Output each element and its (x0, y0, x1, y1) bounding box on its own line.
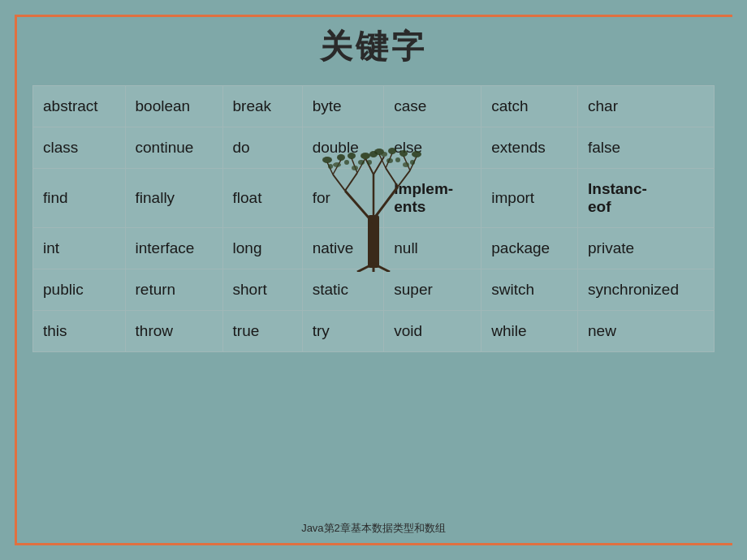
page-title: 关键字 (0, 0, 747, 85)
cell-0-4: case (384, 86, 481, 127)
cell-0-3: byte (302, 86, 384, 127)
cell-5-0: this (33, 311, 126, 352)
footer-text: Java第2章基本数据类型和数组 (0, 521, 747, 536)
cell-2-4: Implem-ents (384, 169, 481, 228)
cell-3-5: package (481, 228, 578, 269)
cell-2-2: float (222, 169, 302, 228)
border-left (15, 15, 17, 545)
border-bottom (15, 543, 732, 545)
cell-3-1: interface (125, 228, 222, 269)
cell-5-6: new (578, 311, 715, 352)
cell-0-0: abstract (33, 86, 126, 127)
cell-4-0: public (33, 269, 126, 311)
table-row: this throw true try void while new (33, 311, 715, 352)
cell-0-1: boolean (125, 86, 222, 127)
cell-2-1: finally (125, 169, 222, 228)
cell-2-3: for (302, 169, 384, 228)
cell-0-6: char (578, 86, 715, 127)
slide-container: 关键字 abstract boolean break byte case cat… (0, 0, 747, 560)
table-row: public return short static super switch … (33, 269, 715, 311)
cell-4-1: return (125, 269, 222, 311)
table-row: abstract boolean break byte case catch c… (33, 86, 715, 127)
cell-1-1: continue (125, 127, 222, 169)
cell-0-5: catch (481, 86, 578, 127)
cell-5-2: true (222, 311, 302, 352)
cell-4-2: short (222, 269, 302, 311)
cell-5-3: try (302, 311, 384, 352)
cell-4-4: super (384, 269, 481, 311)
cell-4-3: static (302, 269, 384, 311)
cell-5-4: void (384, 311, 481, 352)
table-row: find finally float for Implem-ents impor… (33, 169, 715, 228)
cell-1-3: double (302, 127, 384, 169)
cell-5-5: while (481, 311, 578, 352)
cell-1-2: do (222, 127, 302, 169)
keywords-table-wrapper: abstract boolean break byte case catch c… (32, 85, 715, 352)
cell-4-5: switch (481, 269, 578, 311)
table-row: class continue do double else extends fa… (33, 127, 715, 169)
cell-3-3: native (302, 228, 384, 269)
cell-3-4: null (384, 228, 481, 269)
keywords-table: abstract boolean break byte case catch c… (32, 85, 715, 352)
cell-0-2: break (222, 86, 302, 127)
cell-1-4: else (384, 127, 481, 169)
border-top (15, 15, 732, 17)
cell-2-0: find (33, 169, 126, 228)
cell-1-6: false (578, 127, 715, 169)
cell-4-6: synchro­nized (578, 269, 715, 311)
cell-2-5: import (481, 169, 578, 228)
cell-1-5: extends (481, 127, 578, 169)
cell-2-6: Instanc-eof (578, 169, 715, 228)
table-row: int interface long native null package p… (33, 228, 715, 269)
cell-3-2: long (222, 228, 302, 269)
cell-5-1: throw (125, 311, 222, 352)
cell-3-6: private (578, 228, 715, 269)
cell-1-0: class (33, 127, 126, 169)
cell-3-0: int (33, 228, 126, 269)
